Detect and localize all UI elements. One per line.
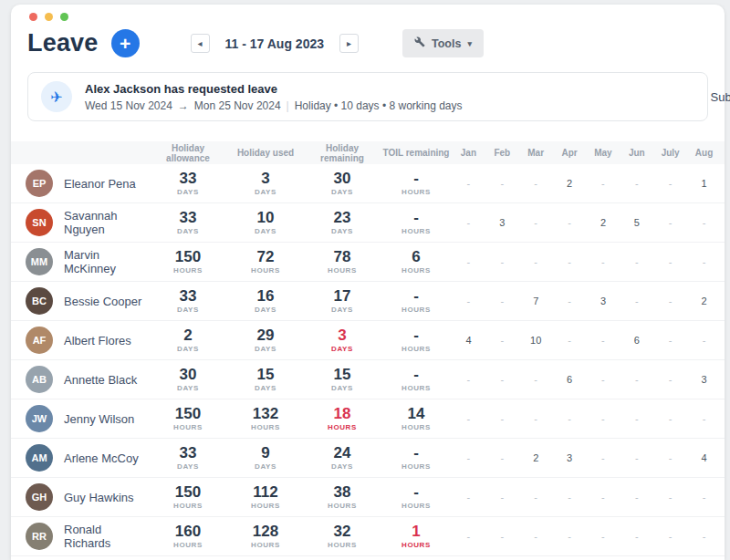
avatar: RR [26,523,53,550]
stat-unit: DAYS [149,188,227,196]
column-header-month: Feb [485,148,519,158]
next-week-button[interactable]: ▸ [339,34,359,53]
column-header: Holiday remaining [304,143,381,163]
month-cell: - [687,413,721,424]
stat-value: 72 [227,249,304,265]
employee-cell: BCBessie Cooper [26,287,149,315]
submit-button[interactable]: Submit [711,90,730,104]
table-row[interactable]: MMMarvin McKinney150HOURS72HOURS78HOURS6… [11,243,725,282]
stat-value: 15 [304,367,381,383]
employee-name: Savannah Nguyen [64,209,149,236]
stat-value: 16 [227,288,304,305]
tools-button-label: Tools [432,37,461,50]
table-row[interactable]: JWJenny Wilson150HOURS132HOURS18HOURS14H… [11,399,725,439]
prev-week-button[interactable]: ◂ [191,34,210,53]
minimize-window-button[interactable] [45,13,53,21]
stat-value: 160 [149,524,227,540]
table-row[interactable]: ABAnnette Black30DAYS15DAYS15DAYS-HOURS-… [11,360,725,399]
table-row[interactable]: GHGuy Hawkins150HOURS112HOURS38HOURS-HOU… [11,478,725,517]
stat-value: 150 [149,406,227,422]
stat-cell: 16DAYS [227,288,304,315]
table-row[interactable]: AFAlbert Flores2DAYS29DAYS3DAYS-HOURS4-1… [11,321,725,360]
month-cell: - [653,531,687,542]
stat-unit: HOURS [381,266,452,275]
stat-cell: 23DAYS [304,210,381,236]
month-cell: 3 [587,296,620,306]
employee-cell: GHGuy Hawkins [26,483,149,511]
leave-request-title: Alex Jackson has requested leave [85,82,463,96]
date-range-label: 11 - 17 Aug 2023 [225,36,324,51]
month-cell: 4 [687,452,721,463]
month-cell: 7 [519,296,553,306]
stat-value: 24 [304,445,381,461]
month-cell: - [587,452,620,463]
stat-value: 9 [227,445,304,461]
stat-cell: 3DAYS [227,171,304,197]
month-cell: - [587,413,620,424]
avatar: MM [26,248,53,275]
stat-unit: DAYS [304,227,381,235]
stat-unit: DAYS [304,306,381,314]
employee-cell: AMArlene McCoy [26,444,149,472]
month-cell: - [519,374,553,385]
employee-name: Guy Hawkins [64,491,134,504]
month-cell: - [653,178,687,189]
table-row[interactable]: AMArlene McCoy33DAYS9DAYS24DAYS-HOURS--2… [11,439,725,478]
stat-unit: HOURS [227,502,304,510]
column-header: TOIL remaining [381,148,452,158]
stat-value: 128 [227,524,304,540]
month-cell: - [653,256,687,267]
stat-value: 33 [149,171,227,187]
month-cell: 5 [620,217,653,228]
employee-name: Annette Black [64,373,137,387]
month-cell: - [485,296,519,306]
employee-cell: EPEleanor Pena [26,170,149,197]
stat-value: 3 [304,327,381,344]
table-body: EPEleanor Pena33DAYS3DAYS30DAYS-HOURS---… [11,164,725,556]
stat-value: 17 [304,288,381,305]
stat-value: 150 [149,249,227,265]
month-cell: - [653,217,687,228]
stat-cell: -HOURS [381,210,452,236]
zoom-window-button[interactable] [60,13,68,21]
table-row[interactable]: BCBessie Cooper33DAYS16DAYS17DAYS-HOURS-… [11,282,725,321]
airplane-icon: ✈ [41,81,72,112]
stat-unit: DAYS [227,345,304,353]
stat-unit: DAYS [227,227,304,235]
table-row[interactable]: SNSavannah Nguyen33DAYS10DAYS23DAYS-HOUR… [11,203,725,243]
month-cell: - [620,178,653,189]
month-cell: - [485,413,519,424]
employee-name: Marvin McKinney [64,248,149,275]
stat-unit: HOURS [304,502,381,510]
stat-cell: 6HOURS [381,249,452,275]
stat-value: 30 [149,367,227,383]
stat-cell: 78HOURS [304,249,381,275]
stat-cell: -HOURS [381,445,452,472]
stat-unit: HOURS [381,345,452,353]
table-row[interactable]: RRRonald Richards160HOURS128HOURS32HOURS… [11,517,725,556]
stat-value: - [381,288,452,305]
stat-cell: 15DAYS [227,367,304,393]
stat-cell: 150HOURS [149,406,227,432]
month-cell: - [687,492,721,503]
close-window-button[interactable] [29,13,37,21]
month-cell: - [653,492,687,503]
stat-value: 29 [227,327,304,344]
stat-unit: DAYS [227,384,304,392]
stat-unit: HOURS [149,541,227,549]
month-cell: - [620,492,653,503]
avatar: AM [26,444,53,472]
leave-date-from: Wed 15 Nov 2024 [85,99,172,112]
window-controls [29,13,68,21]
table-row[interactable]: EPEleanor Pena33DAYS3DAYS30DAYS-HOURS---… [11,164,725,203]
month-cell: 2 [587,217,620,228]
stat-unit: HOURS [149,423,227,431]
add-leave-button[interactable]: + [111,29,140,57]
avatar: JW [26,405,53,432]
tools-button[interactable]: Tools ▾ [402,29,484,57]
month-cell: - [485,374,519,385]
employee-name: Eleanor Pena [64,177,136,191]
leave-request-details: Alex Jackson has requested leave Wed 15 … [85,82,463,112]
stat-cell: 150HOURS [149,484,227,511]
stat-unit: HOURS [381,188,452,196]
